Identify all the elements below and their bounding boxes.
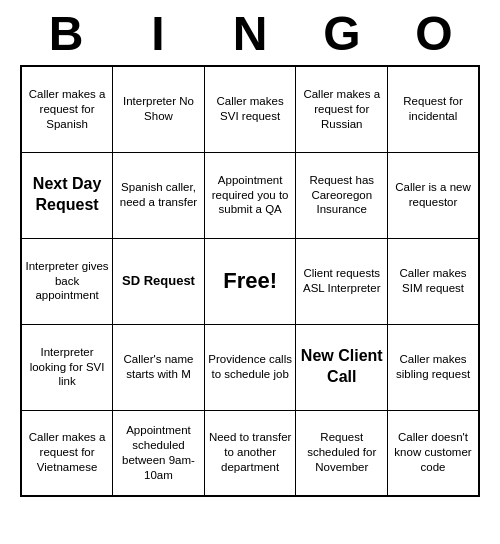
grid-row-1: Next Day RequestSpanish caller, need a t… — [21, 152, 479, 238]
cell-3-0: Interpreter looking for SVI link — [21, 324, 113, 410]
bingo-letter-o: O — [394, 6, 474, 61]
cell-0-4: Request for incidental — [388, 66, 479, 152]
grid-row-3: Interpreter looking for SVI linkCaller's… — [21, 324, 479, 410]
cell-0-3: Caller makes a request for Russian — [296, 66, 388, 152]
cell-3-2: Providence calls to schedule job — [204, 324, 296, 410]
bingo-letter-i: I — [118, 6, 198, 61]
cell-2-4: Caller makes SIM request — [388, 238, 479, 324]
bingo-letter-g: G — [302, 6, 382, 61]
cell-3-4: Caller makes sibling request — [388, 324, 479, 410]
cell-4-2: Need to transfer to another department — [204, 410, 296, 496]
bingo-grid: Caller makes a request for SpanishInterp… — [20, 65, 480, 497]
cell-4-3: Request scheduled for November — [296, 410, 388, 496]
cell-2-2: Free! — [204, 238, 296, 324]
cell-4-4: Caller doesn't know customer code — [388, 410, 479, 496]
cell-2-3: Client requests ASL Interpreter — [296, 238, 388, 324]
cell-4-1: Appointment scheduled between 9am-10am — [113, 410, 205, 496]
grid-row-2: Interpreter gives back appointmentSD Req… — [21, 238, 479, 324]
cell-0-0: Caller makes a request for Spanish — [21, 66, 113, 152]
cell-2-0: Interpreter gives back appointment — [21, 238, 113, 324]
bingo-letter-b: B — [26, 6, 106, 61]
cell-3-1: Caller's name starts with M — [113, 324, 205, 410]
cell-0-2: Caller makes SVI request — [204, 66, 296, 152]
cell-4-0: Caller makes a request for Vietnamese — [21, 410, 113, 496]
cell-1-1: Spanish caller, need a transfer — [113, 152, 205, 238]
bingo-letter-n: N — [210, 6, 290, 61]
cell-1-4: Caller is a new requestor — [388, 152, 479, 238]
grid-row-4: Caller makes a request for VietnameseApp… — [21, 410, 479, 496]
cell-1-2: Appointment required you to submit a QA — [204, 152, 296, 238]
grid-row-0: Caller makes a request for SpanishInterp… — [21, 66, 479, 152]
cell-2-1: SD Request — [113, 238, 205, 324]
cell-1-0: Next Day Request — [21, 152, 113, 238]
cell-0-1: Interpreter No Show — [113, 66, 205, 152]
cell-3-3: New Client Call — [296, 324, 388, 410]
bingo-title: BINGO — [20, 0, 480, 65]
cell-1-3: Request has Careoregon Insurance — [296, 152, 388, 238]
